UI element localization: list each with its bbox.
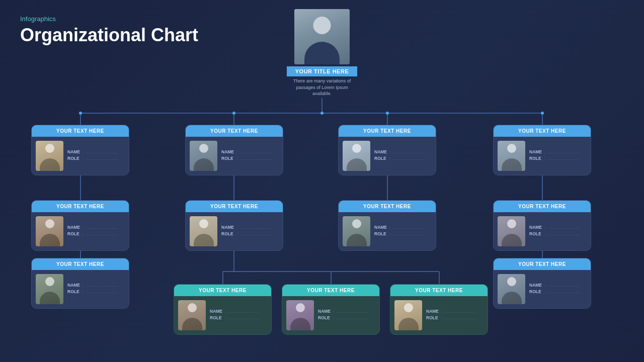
node-role-dots-n9: : .................... bbox=[83, 290, 118, 294]
node-name-label-n11: NAME bbox=[318, 309, 332, 314]
node-name-dots-n4: : .................... bbox=[544, 150, 580, 154]
node-body-n13: NAME : .................... ROLE : .....… bbox=[494, 270, 591, 308]
node-avatar-n3 bbox=[343, 141, 370, 171]
node-role-dots-n7: : .................... bbox=[389, 232, 425, 236]
node-role-label-n9: ROLE bbox=[67, 289, 82, 294]
node-role-row-n8: ROLE : .................... bbox=[529, 231, 587, 236]
node-name-row-n9: NAME : .................... bbox=[67, 283, 125, 288]
node-info-n3: NAME : .................... ROLE : .....… bbox=[374, 149, 432, 162]
node-name-dots-n9: : .................... bbox=[83, 283, 118, 288]
page: Infographics Organizational Chart bbox=[0, 0, 644, 362]
node-role-label-n5: ROLE bbox=[67, 231, 82, 236]
node-name-row-n7: NAME : .................... bbox=[374, 225, 432, 230]
node-avatar-n11 bbox=[286, 300, 314, 330]
node-role-dots-n2: : .................... bbox=[236, 156, 272, 161]
node-avatar-n12 bbox=[394, 300, 422, 330]
node-header-n5: YOUR TEXT HERE bbox=[32, 201, 129, 212]
node-body-n6: NAME : .................... ROLE : .....… bbox=[186, 212, 283, 250]
root-photo bbox=[294, 9, 350, 64]
node-header-n2: YOUR TEXT HERE bbox=[186, 125, 283, 137]
node-name-dots-n10: : .................... bbox=[225, 309, 261, 314]
node-card-n11: YOUR TEXT HERE NAME : ..................… bbox=[282, 284, 380, 335]
node-card-n10: YOUR TEXT HERE NAME : ..................… bbox=[174, 284, 272, 335]
node-body-n10: NAME : .................... ROLE : .....… bbox=[174, 296, 271, 334]
node-avatar-n2 bbox=[190, 141, 217, 171]
node-header-n6: YOUR TEXT HERE bbox=[186, 201, 283, 212]
node-info-n10: NAME : .................... ROLE : .....… bbox=[210, 309, 267, 322]
node-body-n7: NAME : .................... ROLE : .....… bbox=[339, 212, 436, 250]
node-card-n6: YOUR TEXT HERE NAME : ..................… bbox=[185, 200, 283, 251]
infographics-label: Infographics bbox=[20, 15, 198, 23]
node-body-n5: NAME : .................... ROLE : .....… bbox=[32, 212, 129, 250]
node-name-row-n5: NAME : .................... bbox=[67, 225, 125, 230]
node-info-n11: NAME : .................... ROLE : .....… bbox=[318, 309, 375, 322]
node-header-n12: YOUR TEXT HERE bbox=[390, 285, 488, 296]
node-name-label-n6: NAME bbox=[221, 225, 235, 230]
node-info-n5: NAME : .................... ROLE : .....… bbox=[67, 225, 125, 238]
node-role-label-n12: ROLE bbox=[426, 315, 440, 320]
node-role-row-n6: ROLE : .................... bbox=[221, 231, 279, 236]
node-card-n13: YOUR TEXT HERE NAME : ..................… bbox=[493, 258, 591, 309]
node-header-n3: YOUR TEXT HERE bbox=[339, 125, 436, 137]
node-avatar-n5 bbox=[36, 216, 63, 246]
node-name-label-n10: NAME bbox=[210, 309, 224, 314]
node-avatar-n4 bbox=[498, 141, 525, 171]
node-role-row-n7: ROLE : .................... bbox=[374, 231, 432, 236]
node-name-label-n1: NAME bbox=[67, 149, 82, 154]
node-name-dots-n5: : .................... bbox=[83, 225, 118, 230]
node-role-label-n10: ROLE bbox=[210, 315, 224, 320]
node-body-n1: NAME : .................... ROLE : .....… bbox=[32, 137, 129, 175]
node-name-dots-n8: : .................... bbox=[544, 225, 580, 230]
node-name-dots-n6: : .................... bbox=[236, 225, 272, 230]
node-body-n3: NAME : .................... ROLE : .....… bbox=[339, 137, 436, 175]
node-body-n4: NAME : .................... ROLE : .....… bbox=[494, 137, 591, 175]
node-role-row-n5: ROLE : .................... bbox=[67, 231, 125, 236]
node-name-row-n10: NAME : .................... bbox=[210, 309, 267, 314]
node-avatar-n6 bbox=[190, 216, 217, 246]
node-body-n11: NAME : .................... ROLE : .....… bbox=[282, 296, 379, 334]
svg-point-19 bbox=[320, 112, 324, 115]
node-name-dots-n7: : .................... bbox=[389, 225, 425, 230]
node-card-n12: YOUR TEXT HERE NAME : ..................… bbox=[390, 284, 488, 335]
node-body-n12: NAME : .................... ROLE : .....… bbox=[390, 296, 488, 334]
node-name-label-n5: NAME bbox=[67, 225, 82, 230]
page-title: Organizational Chart bbox=[20, 25, 198, 46]
svg-point-17 bbox=[79, 112, 82, 115]
node-name-label-n8: NAME bbox=[529, 225, 543, 230]
node-card-n5: YOUR TEXT HERE NAME : ..................… bbox=[31, 200, 129, 251]
node-role-dots-n1: : .................... bbox=[83, 156, 118, 161]
node-name-dots-n13: : .................... bbox=[544, 283, 580, 288]
node-info-n6: NAME : .................... ROLE : .....… bbox=[221, 225, 279, 238]
node-role-row-n4: ROLE : .................... bbox=[529, 156, 587, 161]
node-role-dots-n5: : .................... bbox=[83, 232, 118, 236]
node-header-n1: YOUR TEXT HERE bbox=[32, 125, 129, 137]
node-card-n3: YOUR TEXT HERE NAME : ..................… bbox=[338, 125, 436, 175]
node-role-dots-n8: : .................... bbox=[544, 232, 580, 236]
node-name-row-n3: NAME : .................... bbox=[374, 149, 432, 154]
node-avatar-n13 bbox=[498, 274, 525, 304]
node-avatar-n8 bbox=[498, 216, 525, 246]
node-avatar-n9 bbox=[36, 274, 63, 304]
node-role-row-n10: ROLE : .................... bbox=[210, 315, 267, 320]
node-body-n8: NAME : .................... ROLE : .....… bbox=[494, 212, 591, 250]
node-info-n8: NAME : .................... ROLE : .....… bbox=[529, 225, 587, 238]
node-info-n12: NAME : .................... ROLE : .....… bbox=[426, 309, 484, 322]
node-name-label-n2: NAME bbox=[221, 149, 235, 154]
node-name-label-n4: NAME bbox=[529, 149, 543, 154]
node-name-dots-n12: : .................... bbox=[441, 309, 477, 314]
node-avatar-n10 bbox=[178, 300, 206, 330]
node-info-n9: NAME : .................... ROLE : .....… bbox=[67, 283, 125, 296]
node-name-row-n2: NAME : .................... bbox=[221, 149, 279, 154]
root-description: There are many variations of passages of… bbox=[287, 78, 357, 97]
node-name-label-n9: NAME bbox=[67, 283, 82, 288]
node-name-label-n3: NAME bbox=[374, 149, 388, 154]
node-name-row-n1: NAME : .................... bbox=[67, 149, 125, 154]
header: Infographics Organizational Chart bbox=[20, 15, 198, 46]
node-name-label-n7: NAME bbox=[374, 225, 388, 230]
node-header-n8: YOUR TEXT HERE bbox=[494, 201, 591, 212]
node-role-dots-n12: : .................... bbox=[441, 316, 477, 320]
node-role-label-n11: ROLE bbox=[318, 315, 332, 320]
node-role-label-n2: ROLE bbox=[221, 156, 235, 161]
node-name-label-n13: NAME bbox=[529, 283, 543, 288]
node-card-n2: YOUR TEXT HERE NAME : ..................… bbox=[185, 125, 283, 175]
